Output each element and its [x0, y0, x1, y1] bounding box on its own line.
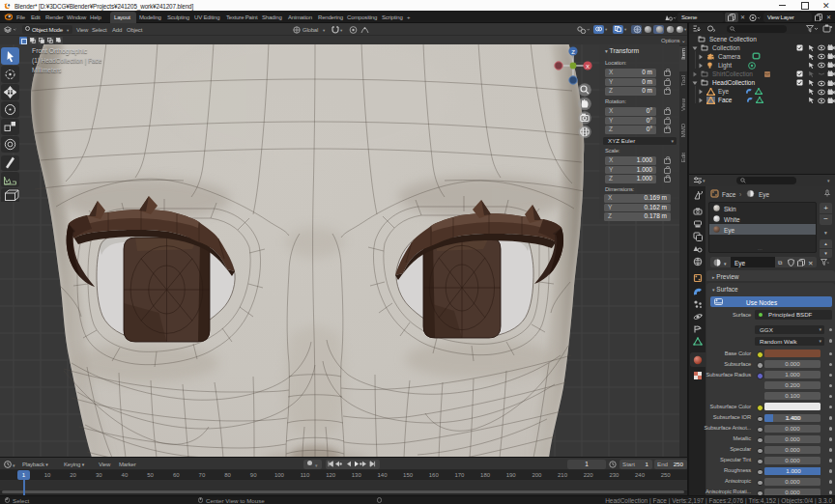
svg-text:X: X — [586, 64, 590, 70]
svg-text:Z: Z — [571, 49, 575, 55]
